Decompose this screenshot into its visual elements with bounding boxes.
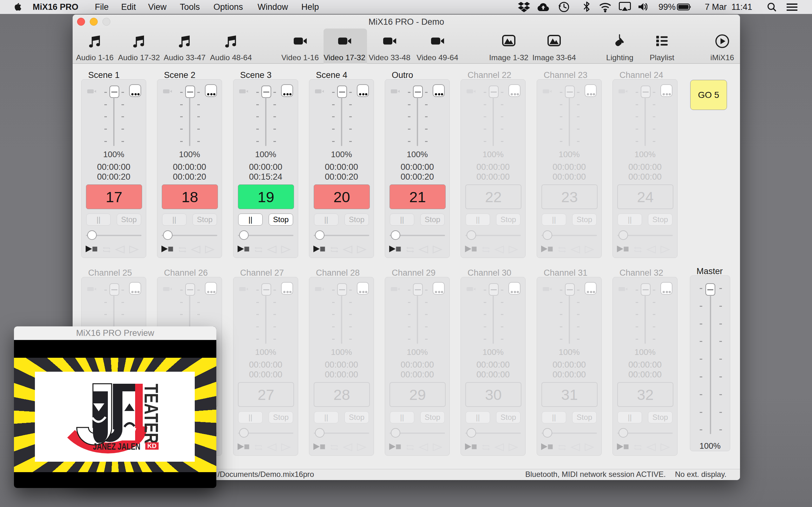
svg-text:JANEZ JALEN: JANEZ JALEN [93, 441, 141, 452]
svg-text:TEATER: TEATER [141, 384, 162, 444]
svg-text:KD: KD [148, 442, 157, 449]
